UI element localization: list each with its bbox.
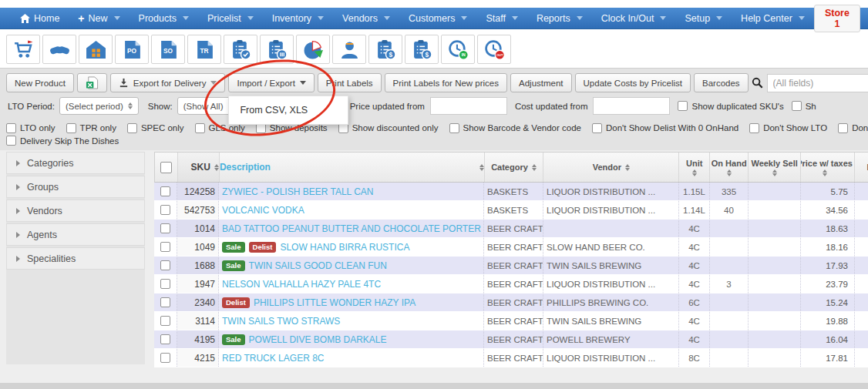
import-export-button[interactable]: Import / Export bbox=[228, 73, 314, 92]
header-unit[interactable]: Unit bbox=[679, 153, 710, 182]
filter-checkbox[interactable]: Show Barcode & Vendor code bbox=[449, 121, 581, 135]
costs-pricelist-button[interactable]: $ bbox=[368, 35, 402, 64]
row-checkbox[interactable] bbox=[160, 334, 170, 344]
description-link[interactable]: SLOW HAND BIRRA RUSTICA bbox=[280, 242, 409, 253]
transfers-button[interactable]: TR bbox=[187, 35, 221, 64]
sidebar-accordion-item[interactable]: Groups bbox=[6, 176, 145, 198]
row-checkbox[interactable] bbox=[160, 205, 170, 215]
inventory-check-button[interactable] bbox=[224, 35, 257, 64]
nav-item-setup[interactable]: Setup bbox=[675, 8, 732, 29]
nav-item-customers[interactable]: Customers bbox=[399, 8, 476, 29]
show-duplicated-sku-checkbox[interactable]: Show duplicated SKU's bbox=[678, 101, 783, 111]
sidebar-accordion-item[interactable]: Categories bbox=[6, 152, 145, 174]
truncated-checkbox[interactable]: Sh bbox=[792, 101, 816, 111]
export-for-delivery-button[interactable]: Export for Delivery bbox=[110, 73, 226, 92]
reports-button[interactable] bbox=[296, 35, 330, 64]
filter-checkbox[interactable]: SPEC only bbox=[127, 121, 184, 135]
vendors-button[interactable] bbox=[42, 35, 76, 64]
nav-item-clock-in-out[interactable]: Clock In/Out bbox=[592, 8, 676, 29]
select-all-checkbox[interactable] bbox=[160, 162, 172, 173]
filter-checkbox[interactable]: Show discounted only bbox=[338, 121, 439, 135]
header-on-hand[interactable]: On Hand bbox=[710, 153, 749, 182]
description-link[interactable]: POWELL DIVE BOMB DARKALE bbox=[249, 334, 387, 345]
clipped-cell bbox=[855, 330, 868, 348]
clock-out-button[interactable]: OUT bbox=[477, 35, 511, 64]
header-category[interactable]: Category bbox=[485, 153, 544, 182]
filter-checkbox[interactable]: Delivery Skip The Dishes bbox=[6, 136, 119, 146]
description-link[interactable]: TWIN SAILS TWO STRAWS bbox=[222, 316, 340, 327]
menu-item-from-csv-xls[interactable]: From CSV, XLS bbox=[229, 100, 348, 120]
sidebar-accordion-item[interactable]: Specialities bbox=[6, 247, 145, 270]
description-link[interactable]: BAD TATTOO PEANUT BUTTER AND CHOCOLATE P… bbox=[222, 223, 484, 234]
print-labels-button[interactable]: Print Labels bbox=[318, 73, 382, 92]
header-price-w-taxes[interactable]: Price w/ taxes bbox=[801, 153, 855, 182]
excel-export-button[interactable] bbox=[77, 73, 107, 92]
filter-checkbox[interactable]: Don't Show With bbox=[838, 121, 868, 135]
nav-item-products[interactable]: Products bbox=[130, 8, 198, 29]
store-selector-button[interactable]: Store 1 bbox=[814, 5, 860, 32]
header-weekly-sell[interactable]: Weekly Sell bbox=[749, 153, 801, 182]
table-row[interactable]: 124258 ZYWIEC - POLISH BEER TALL CAN BAS… bbox=[154, 183, 868, 201]
description-link[interactable]: ZYWIEC - POLISH BEER TALL CAN bbox=[222, 186, 374, 197]
table-row[interactable]: 2340 DelistPHILLIPS LITTLE WONDER HAZY I… bbox=[154, 293, 868, 312]
table-row[interactable]: 1049 SaleDelistSLOW HAND BIRRA RUSTICA B… bbox=[154, 238, 868, 257]
table-row[interactable]: 4195 SalePOWELL DIVE BOMB DARKALE BEER C… bbox=[154, 330, 868, 349]
row-checkbox[interactable] bbox=[160, 242, 170, 252]
description-link[interactable]: RED TRUCK LAGER 8C bbox=[222, 353, 324, 364]
row-checkbox[interactable] bbox=[160, 186, 170, 196]
table-row[interactable]: 3114 TWIN SAILS TWO STRAWS BEER CRAFT TW… bbox=[154, 312, 868, 330]
update-costs-by-pricelist-button[interactable]: Update Costs by Pricelist bbox=[575, 73, 691, 92]
cost-updated-input[interactable] bbox=[593, 97, 670, 115]
nav-item-help-center[interactable]: Help Center bbox=[732, 8, 814, 29]
table-row[interactable]: 1014 BAD TATTOO PEANUT BUTTER AND CHOCOL… bbox=[154, 220, 868, 238]
sales-orders-button[interactable]: SO bbox=[151, 35, 185, 64]
customers-button[interactable] bbox=[332, 35, 366, 64]
horizontal-scrollbar[interactable] bbox=[0, 383, 868, 389]
costs-update-button[interactable]: $ bbox=[405, 35, 439, 64]
new-product-button[interactable]: New Product bbox=[6, 73, 74, 92]
filter-checkbox[interactable]: TPR only bbox=[66, 121, 116, 135]
nav-item-vendors[interactable]: Vendors bbox=[333, 8, 399, 29]
store-button[interactable] bbox=[79, 35, 113, 64]
inventory-hold-button[interactable] bbox=[260, 35, 294, 64]
description-link[interactable]: PHILLIPS LITTLE WONDER HAZY IPA bbox=[254, 297, 415, 308]
header-vendor[interactable]: Vendor bbox=[543, 153, 679, 182]
table-row[interactable]: 542753 VOLCANIC VODKA BASKETS LIQUOR DIS… bbox=[154, 201, 868, 220]
description-link[interactable]: NELSON VALHALLA HAZY PALE 4TC bbox=[222, 279, 381, 290]
row-checkbox[interactable] bbox=[160, 223, 170, 233]
row-checkbox[interactable] bbox=[160, 260, 170, 270]
adjustment-button[interactable]: Adjustment bbox=[510, 73, 572, 92]
header-description[interactable]: Description bbox=[220, 153, 485, 182]
barcodes-button[interactable]: Barcodes bbox=[694, 73, 749, 92]
nav-item-staff[interactable]: Staff bbox=[476, 8, 527, 29]
purchase-orders-button[interactable]: PO bbox=[115, 35, 149, 64]
table-row[interactable]: 4215 RED TRUCK LAGER 8C BEER CRAFT LIQUO… bbox=[154, 349, 868, 367]
clock-in-button[interactable]: IN bbox=[441, 35, 475, 64]
filter-checkbox[interactable]: Don't Show LTO bbox=[749, 121, 827, 135]
sidebar-accordion-item[interactable]: Vendors bbox=[6, 200, 145, 222]
row-checkbox[interactable] bbox=[160, 316, 170, 326]
row-checkbox[interactable] bbox=[160, 353, 170, 363]
header-next-clipped[interactable]: N bbox=[855, 153, 868, 182]
row-checkbox[interactable] bbox=[160, 279, 170, 289]
table-row[interactable]: 1947 NELSON VALHALLA HAZY PALE 4TC BEER … bbox=[154, 275, 868, 293]
search-input[interactable] bbox=[767, 74, 868, 92]
nav-item-reports[interactable]: Reports bbox=[527, 8, 592, 29]
svg-text:$: $ bbox=[425, 50, 429, 58]
nav-item-inventory[interactable]: Inventory bbox=[263, 8, 333, 29]
cart-button[interactable] bbox=[6, 35, 40, 64]
row-checkbox[interactable] bbox=[160, 297, 170, 307]
sidebar-accordion-item[interactable]: Agents bbox=[6, 223, 145, 246]
print-labels-new-prices-button[interactable]: Print Labels for New prices bbox=[385, 73, 507, 92]
nav-item-new[interactable]: + New bbox=[69, 8, 129, 29]
lto-period-select[interactable]: (Select period) bbox=[59, 97, 139, 115]
nav-item-home[interactable]: Home bbox=[11, 8, 69, 29]
description-link[interactable]: VOLCANIC VODKA bbox=[222, 205, 304, 216]
table-row[interactable]: 1688 SaleTWIN SAILS GOOD CLEAN FUN BEER … bbox=[154, 257, 868, 275]
description-link[interactable]: TWIN SAILS GOOD CLEAN FUN bbox=[249, 260, 387, 271]
filter-checkbox[interactable]: LTO only bbox=[6, 121, 56, 135]
price-updated-input[interactable] bbox=[430, 97, 507, 115]
filter-checkbox[interactable]: Don't Show Delist With 0 OnHand bbox=[592, 121, 738, 135]
header-sku[interactable]: SKU bbox=[178, 153, 220, 182]
nav-item-pricelist[interactable]: Pricelist bbox=[198, 8, 263, 29]
